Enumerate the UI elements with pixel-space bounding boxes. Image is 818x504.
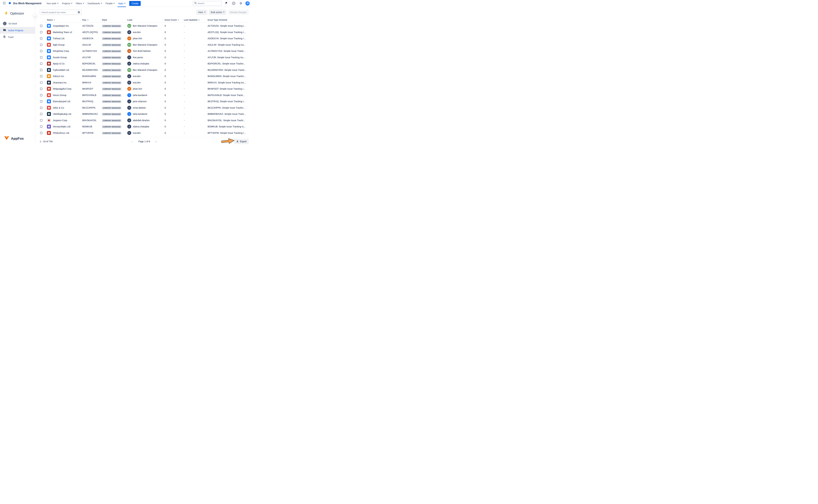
sort-icon[interactable]	[198, 19, 199, 21]
project-search[interactable]: ✕	[40, 10, 82, 15]
app-switcher-button[interactable]	[2, 1, 7, 6]
lead-name: Ben Warwick-Champion	[133, 43, 157, 46]
row-checkbox[interactable]	[40, 56, 42, 59]
nav-filters[interactable]: Filters	[74, 1, 86, 6]
style-badge: COMPANY MANAGED	[102, 81, 121, 84]
project-name-link[interactable]: Susiok Group	[53, 56, 67, 59]
project-name-link[interactable]: Etamubazjod Ltd.	[53, 100, 71, 103]
export-button[interactable]: Export	[234, 139, 249, 144]
table-row: Josjanro Corp.BNVSKAYOILCOMPANY MANAGEDA…	[40, 117, 249, 124]
help-button[interactable]: ?	[231, 1, 236, 6]
project-name-link[interactable]: Juupobejani Inc.	[53, 25, 70, 27]
row-checkbox[interactable]	[40, 119, 42, 122]
project-avatar-icon	[47, 68, 51, 72]
column-label: Style	[102, 19, 107, 21]
chevron-down-icon	[101, 2, 102, 4]
project-name-link[interactable]: Tujifunekbel Ltd.	[53, 69, 70, 71]
project-name-link[interactable]: Marketing Team v2	[53, 31, 72, 34]
sort-down-arrow-icon	[87, 20, 88, 21]
previous-page-arrow-icon[interactable]: ←	[131, 140, 134, 143]
user-avatar[interactable]: JR	[245, 1, 250, 6]
project-name-link[interactable]: Hovzu Group	[53, 94, 66, 96]
style-badge: COMPANY MANAGED	[102, 100, 121, 103]
sidebar-item-active-projects[interactable]: Active Projects	[0, 27, 35, 34]
project-name-link[interactable]: Jinaceara Inc.	[53, 81, 67, 84]
issue-type-scheme: AUTMOVYGS: Simple Issue Tracki...	[208, 50, 249, 52]
sort-up-arrow-icon	[54, 19, 55, 20]
project-name-link[interactable]: Vensazofojku Ltd.	[53, 125, 71, 128]
review-changes-button[interactable]: Review changes	[228, 10, 249, 15]
column-header-issue-count[interactable]: Issue Count	[165, 17, 184, 23]
row-checkbox[interactable]	[40, 69, 42, 71]
project-name-link[interactable]: Josjanro Corp.	[53, 119, 68, 122]
nav-your-work[interactable]: Your work	[45, 1, 60, 6]
row-checkbox[interactable]	[40, 81, 42, 84]
project-search-input[interactable]	[41, 11, 77, 14]
issue-type-scheme: ASOEGYA: Simple Issue Tracking I...	[208, 37, 249, 40]
project-name-link[interactable]: Jebiz & Co.	[53, 106, 65, 109]
sort-icon[interactable]	[178, 19, 179, 21]
row-checkbox[interactable]	[40, 132, 42, 134]
row-checkbox[interactable]	[40, 94, 42, 96]
project-name-link[interactable]: Fiheluohvuc Ltd.	[53, 132, 70, 134]
sort-icon[interactable]	[87, 19, 88, 21]
project-lead-cell: Ffran.perez	[127, 55, 165, 59]
row-checkbox[interactable]	[40, 113, 42, 115]
settings-button[interactable]: ⚙	[238, 1, 243, 6]
issue-type-scheme: BIRKIVX: Simple Issue Tracking Iss...	[208, 81, 249, 84]
row-checkbox[interactable]	[40, 31, 42, 33]
nav-projects[interactable]: Projects	[60, 1, 74, 6]
clear-search-icon[interactable]: ✕	[78, 11, 80, 13]
nav-apps[interactable]: Apps	[116, 1, 127, 6]
column-header-lead: Lead	[127, 17, 165, 23]
go-back-item[interactable]: ← Go back	[0, 20, 35, 27]
last-updated: -	[184, 100, 208, 103]
issue-count: 0	[165, 69, 184, 71]
nav-people[interactable]: People	[104, 1, 116, 6]
project-name-link[interactable]: Zafuczi Inc.	[53, 75, 65, 78]
project-avatar-glyph	[48, 50, 50, 52]
project-style-cell: COMPANY MANAGED	[102, 69, 127, 71]
nav-label: Your work	[46, 2, 56, 5]
bulk-action-button[interactable]: Bulk action	[209, 10, 226, 15]
row-select-cell	[40, 88, 47, 90]
lead-name: eva.lien	[133, 132, 141, 134]
flag-button[interactable]	[224, 1, 229, 6]
project-name-link[interactable]: Uletefojakukig Ltd.	[53, 113, 72, 115]
project-name-link[interactable]: Nelgutagaful Corp.	[53, 87, 72, 90]
row-checkbox[interactable]	[40, 50, 42, 52]
lead-avatar: T	[127, 112, 131, 116]
column-header-last-updated[interactable]: Last Updated	[184, 17, 208, 23]
column-header-name[interactable]: Name	[47, 17, 82, 23]
row-checkbox[interactable]	[40, 25, 42, 27]
row-checkbox[interactable]	[40, 44, 42, 46]
project-name-link[interactable]: Tuthooj Ltd.	[53, 37, 65, 40]
row-checkbox[interactable]	[40, 62, 42, 65]
project-name-link[interactable]: Agfo Group	[53, 43, 65, 46]
project-name-link[interactable]: Kihujlufuw Corp.	[53, 50, 70, 52]
row-checkbox[interactable]	[40, 75, 42, 77]
global-search[interactable]	[193, 1, 222, 6]
lightning-bolt-icon	[4, 11, 9, 16]
next-page-arrow-icon[interactable]: →	[155, 140, 157, 143]
row-checkbox[interactable]	[40, 125, 42, 128]
row-select-cell	[40, 69, 47, 71]
sidebar-collapse-button[interactable]: ‹	[33, 14, 37, 18]
jira-brand[interactable]: Jira Work Management	[8, 1, 41, 5]
row-checkbox[interactable]	[40, 88, 42, 90]
row-checkbox[interactable]	[40, 37, 42, 40]
project-style-cell: COMPANY MANAGED	[102, 100, 127, 103]
global-search-input[interactable]	[198, 2, 220, 5]
project-lead-cell: Eeva.lien	[127, 30, 165, 34]
last-updated: -	[184, 69, 208, 71]
row-checkbox[interactable]	[40, 100, 42, 103]
sidebar-item-trash[interactable]: Trash	[0, 34, 35, 40]
create-button[interactable]: Create	[129, 1, 141, 6]
view-button[interactable]: View	[196, 10, 207, 15]
sort-icon[interactable]	[54, 19, 55, 21]
nav-dashboards[interactable]: Dashboards	[86, 1, 104, 6]
project-name-link[interactable]: Apoju & Co.	[53, 62, 65, 65]
row-checkbox[interactable]	[40, 107, 42, 109]
column-header-key[interactable]: Key	[82, 17, 102, 23]
lead-avatar: P	[127, 87, 131, 91]
